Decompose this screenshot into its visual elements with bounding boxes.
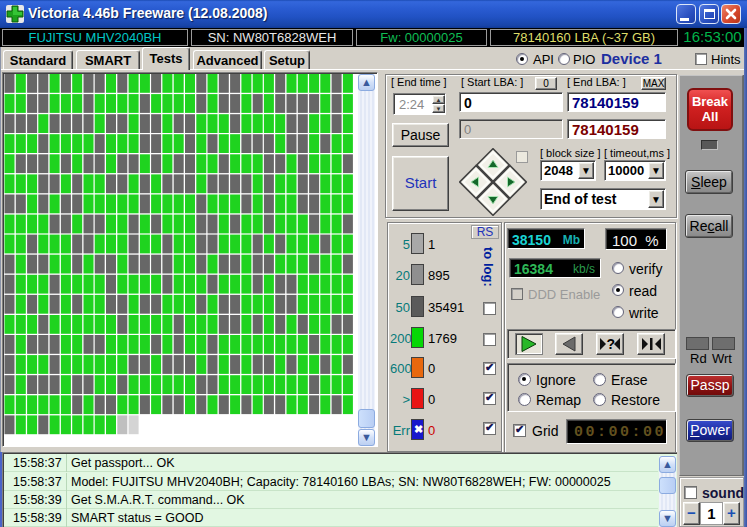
svg-text:?: ? xyxy=(607,336,616,352)
